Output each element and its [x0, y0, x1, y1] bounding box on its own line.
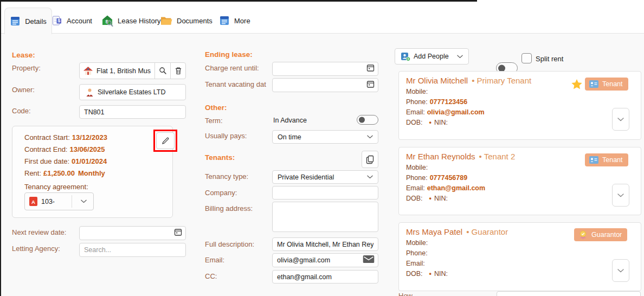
tab-lease-history[interactable]: $ Lease History	[101, 14, 160, 28]
phone-line: Phone:	[406, 249, 430, 257]
code-input[interactable]	[79, 105, 186, 119]
expand-card-button[interactable]	[612, 184, 629, 207]
chevron-down-icon	[367, 135, 373, 139]
star-icon[interactable]	[570, 78, 583, 91]
chevron-down-icon	[617, 269, 624, 273]
journal-icon	[10, 16, 21, 27]
toggle-knob	[359, 117, 365, 123]
annotation-highlight-box	[153, 130, 177, 152]
add-people-button[interactable]: Add People	[395, 48, 469, 65]
full-description-input[interactable]	[272, 237, 378, 251]
property-delete-button[interactable]	[170, 62, 186, 79]
tab-documents[interactable]: Documents	[160, 14, 212, 28]
chevron-down-icon	[617, 118, 624, 121]
copy-icon	[366, 155, 374, 164]
tab-label: Details	[25, 17, 47, 25]
badge-label: Guarantor	[591, 231, 622, 239]
property-picker-button[interactable]: Flat 1, British Mus	[79, 62, 155, 79]
charge-rent-until-field	[272, 62, 378, 76]
tab-details[interactable]: Details	[4, 8, 52, 34]
lease-section-header: Lease:	[12, 51, 35, 59]
medal-icon	[578, 230, 588, 240]
person-name-row: Mrs Maya Patel• Guarantor	[406, 227, 508, 237]
trash-icon	[175, 67, 182, 75]
other-section-header: Other:	[205, 104, 227, 112]
expand-card-button[interactable]	[612, 259, 629, 282]
split-rent-checkbox[interactable]	[521, 53, 532, 63]
owner-picker-button[interactable]: Silverlake Estates LTD	[79, 84, 186, 100]
person-role: • Primary Tenant	[472, 76, 531, 85]
folder-icon	[160, 16, 172, 25]
person-name[interactable]: Mrs Maya Patel	[406, 227, 462, 236]
copy-tenants-button[interactable]	[362, 151, 378, 168]
tab-label: More	[234, 17, 250, 25]
property-value: Flat 1, British Mus	[96, 67, 151, 75]
expand-card-button[interactable]	[612, 108, 629, 131]
guarantor-badge: Guarantor	[574, 228, 627, 241]
property-field-group: Flat 1, British Mus	[79, 62, 186, 79]
full-description-label: Full description:	[205, 240, 254, 248]
split-rent-label: Split rent	[536, 55, 563, 63]
agreement-file-dropdown[interactable]: A 103-	[24, 192, 94, 210]
tenancy-type-dropdown[interactable]: Private Residential	[272, 170, 378, 184]
chevron-down-icon	[81, 200, 87, 203]
person-card-primary-tenant: Mr Olivia Mitchell• Primary Tenant Mobil…	[398, 71, 641, 140]
billing-address-textarea[interactable]	[272, 202, 378, 232]
tab-strip: Details $ Account $ Lease History Docume…	[0, 0, 644, 34]
tenancy-agreement-label: Tenancy agreement:	[24, 183, 88, 191]
phone-line: Phone:0777456789	[406, 174, 467, 182]
owner-label: Owner:	[12, 86, 35, 94]
cutoff-input[interactable]	[497, 291, 641, 296]
search-icon	[159, 67, 167, 75]
chevron-down-icon	[617, 194, 624, 197]
window-left-edge	[0, 0, 1, 296]
next-review-date-input[interactable]	[79, 226, 186, 240]
email-line: Email:olivia@gmail.com	[406, 108, 485, 116]
tab-more[interactable]: More	[219, 14, 250, 28]
term-toggle[interactable]	[357, 115, 378, 125]
calendar-icon[interactable]	[174, 228, 182, 239]
term-label: Term:	[205, 117, 223, 125]
first-due-line: First due date:01/01/2024	[24, 157, 107, 165]
person-name-row: Mr Ethan Reynolds• Tenant 2	[406, 152, 515, 162]
person-icon	[85, 88, 94, 97]
letting-agency-search-input[interactable]	[79, 243, 186, 257]
add-person-icon	[401, 52, 410, 61]
tenant-vacating-date-input[interactable]	[272, 78, 378, 92]
company-input[interactable]	[272, 186, 378, 200]
rent-period: Monthly	[78, 169, 105, 177]
charge-rent-until-input[interactable]	[272, 62, 378, 76]
house-icon	[83, 66, 93, 75]
cc-input[interactable]	[272, 270, 378, 284]
company-label: Company:	[205, 189, 237, 197]
tenant-vacating-date-field	[272, 78, 378, 92]
person-card-guarantor: Mrs Maya Patel• Guarantor Mobile: Phone:…	[398, 222, 641, 291]
pdf-icon: A	[29, 197, 37, 206]
tenancy-type-value: Private Residential	[278, 173, 334, 181]
calendar-icon[interactable]	[366, 64, 375, 74]
property-search-button[interactable]	[154, 62, 171, 79]
usually-pays-dropdown[interactable]: On time	[272, 130, 378, 144]
person-name[interactable]: Mr Ethan Reynolds	[406, 152, 475, 161]
property-label: Property:	[12, 64, 41, 72]
chevron-down-icon	[457, 55, 463, 59]
person-role: • Guarantor	[466, 227, 508, 236]
billing-address-label: Billing address:	[205, 204, 253, 213]
term-value: In Advance	[273, 117, 307, 124]
dob-nin-line: DOB:•NIN:	[406, 119, 450, 126]
dob-nin-line: DOB:•NIN:	[406, 270, 450, 278]
person-name[interactable]: Mr Olivia Mitchell	[406, 76, 468, 85]
tab-account[interactable]: $ Account	[51, 14, 92, 28]
tab-label: Lease History	[118, 17, 160, 25]
phone-line: Phone:0777123456	[406, 98, 467, 106]
rent-value: £1,250.00	[43, 169, 75, 177]
journal-icon	[219, 15, 230, 26]
usually-pays-value: On time	[278, 133, 301, 141]
email-line: Email:	[406, 260, 427, 267]
calendar-icon[interactable]	[366, 80, 375, 91]
contract-start-line: Contract Start:13/12/2023	[24, 133, 107, 141]
contract-end-value: 13/06/2025	[70, 145, 105, 153]
email-line: Email:ethan@gmail.com	[406, 184, 485, 192]
code-label: Code:	[12, 107, 31, 115]
envelope-icon[interactable]	[363, 255, 375, 265]
